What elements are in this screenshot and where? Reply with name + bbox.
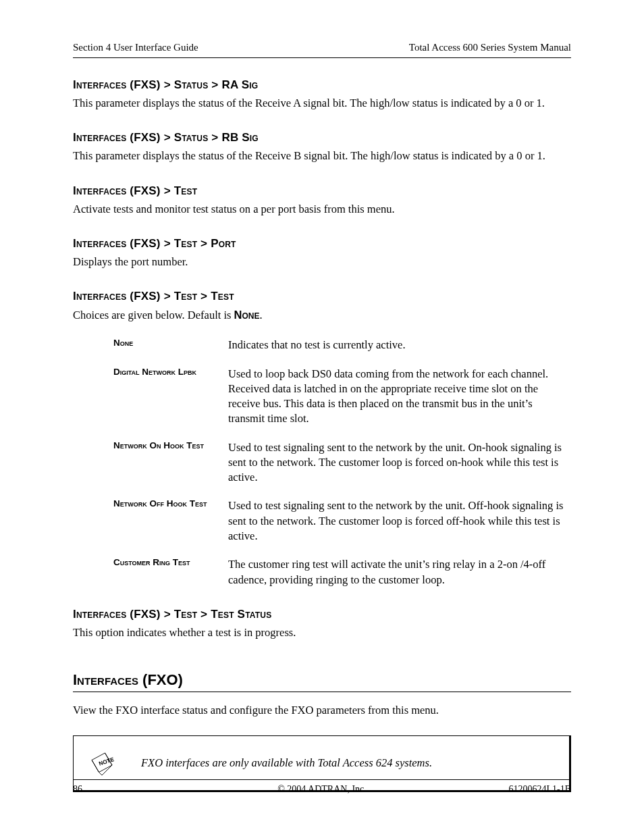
body-test-status: This option indicates whether a test is …	[73, 625, 571, 640]
footer-copyright: © 2004 ADTRAN, Inc.	[277, 784, 367, 795]
desc-none: Indicates that no test is currently acti…	[228, 338, 571, 353]
footer-page-number: 86	[73, 784, 82, 795]
body-test-test: Choices are given below. Default is None…	[73, 307, 571, 323]
heading-test: Interfaces (FXS) > Test	[73, 184, 571, 198]
list-item: None Indicates that no test is currently…	[113, 338, 571, 353]
heading-interfaces-fxo: Interfaces (FXO)	[73, 671, 571, 692]
desc-digital-network-lpbk: Used to loop back DS0 data coming from t…	[228, 367, 571, 427]
note-text: FXO interfaces are only available with T…	[141, 756, 432, 770]
list-item: Digital Network Lpbk Used to loop back D…	[113, 367, 571, 427]
page-header: Section 4 User Interface Guide Total Acc…	[73, 42, 571, 58]
list-item: Customer Ring Test The customer ring tes…	[113, 557, 571, 588]
body-rb-sig: This parameter displays the status of th…	[73, 149, 571, 163]
footer-doc-id: 61200624L1-1B	[508, 784, 571, 795]
header-left: Section 4 User Interface Guide	[73, 42, 198, 53]
body-test-test-bold: None	[234, 309, 260, 321]
heading-test-port: Interfaces (FXS) > Test > Port	[73, 237, 571, 251]
body-interfaces-fxo: View the FXO interface status and config…	[73, 703, 571, 718]
header-right: Total Access 600 Series System Manual	[409, 42, 571, 53]
body-test-test-pre: Choices are given below. Default is	[73, 309, 234, 321]
term-network-off-hook: Network Off Hook Test	[113, 498, 228, 509]
page-footer: 86 © 2004 ADTRAN, Inc. 61200624L1-1B	[73, 779, 571, 795]
term-network-on-hook: Network On Hook Test	[113, 440, 228, 450]
heading-ra-sig: Interfaces (FXS) > Status > RA Sig	[73, 78, 571, 92]
body-test: Activate tests and monitor test status o…	[73, 202, 571, 217]
term-customer-ring-test: Customer Ring Test	[113, 557, 228, 567]
note-icon: NOTE	[90, 751, 114, 775]
term-digital-network-lpbk: Digital Network Lpbk	[113, 367, 228, 377]
list-item: Network Off Hook Test Used to test signa…	[113, 498, 571, 544]
body-test-test-post: .	[260, 309, 263, 321]
body-ra-sig: This parameter displays the status of th…	[73, 96, 571, 111]
list-item: Network On Hook Test Used to test signal…	[113, 440, 571, 486]
term-none: None	[113, 338, 228, 348]
body-test-port: Displays the port number.	[73, 255, 571, 269]
desc-customer-ring-test: The customer ring test will activate the…	[228, 557, 571, 588]
heading-test-test: Interfaces (FXS) > Test > Test	[73, 290, 571, 303]
desc-network-on-hook: Used to test signaling sent to the netwo…	[228, 440, 571, 486]
desc-network-off-hook: Used to test signaling sent to the netwo…	[228, 498, 571, 544]
heading-test-status: Interfaces (FXS) > Test > Test Status	[73, 608, 571, 621]
test-options-list: None Indicates that no test is currently…	[113, 338, 571, 587]
heading-rb-sig: Interfaces (FXS) > Status > RB Sig	[73, 131, 571, 145]
